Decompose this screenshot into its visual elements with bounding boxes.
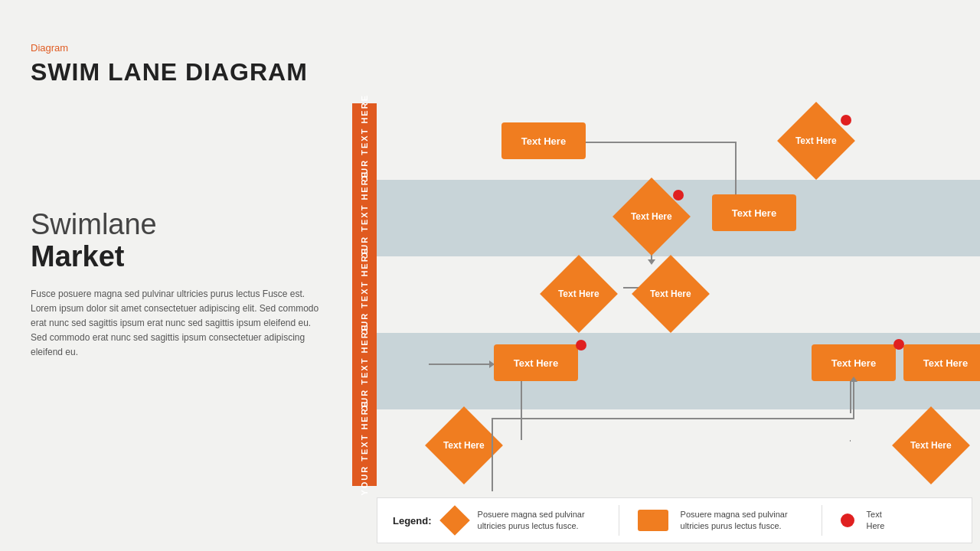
diagram-wrapper: Your Text Here Your Text Here Your Text … (352, 0, 980, 551)
lane-label-4: Your Text Here (352, 333, 377, 409)
lane4-rect2-red-dot (893, 339, 904, 350)
legend-diamond-icon (439, 505, 470, 536)
lane2-red-dot (673, 190, 684, 201)
lane-label-3: Your Text Here (352, 256, 377, 333)
lane4-rect3: Text Here (903, 344, 980, 381)
lane5-diamond2-wrapper: Text Here (903, 418, 959, 473)
subtitle-light: Swimlane (31, 209, 322, 241)
legend: Legend: Posuere magna sed pulvinar ultri… (377, 497, 972, 543)
lane-label-1: Your Text Here (352, 103, 377, 180)
lane5-diamond2: Text Here (892, 406, 970, 484)
legend-divider-2 (822, 505, 822, 536)
lane3-diamond1: Text Here (540, 255, 618, 333)
subtitle-bold: Market (31, 241, 322, 273)
connector-4-left (429, 364, 490, 365)
lane1-red-dot (841, 115, 851, 126)
legend-rect-text: Posuere magna sed pulvinar ultricies pur… (681, 509, 803, 533)
left-panel: Diagram SWIM LANE DIAGRAM Swimlane Marke… (0, 0, 352, 551)
legend-label: Legend: (393, 515, 432, 527)
lane3-diamond2-wrapper: Text Here (643, 266, 698, 321)
legend-rect-icon (638, 510, 668, 531)
lane2-diamond-wrapper: Text Here (624, 189, 679, 244)
lane5-diamond1-wrapper: Text Here (436, 418, 492, 473)
lane4-rect1: Text Here (494, 344, 578, 381)
lane4-red-dot (576, 340, 586, 350)
lane1-rect1: Text Here (501, 122, 586, 159)
lane3-diamond2: Text Here (632, 255, 710, 333)
main-title: SWIM LANE DIAGRAM (31, 58, 322, 86)
legend-divider-1 (619, 505, 619, 536)
legend-dot-text: Text Here (867, 509, 885, 533)
lane4-rect2: Text Here (812, 344, 896, 381)
legend-dot-icon (841, 514, 854, 527)
connector-1-h (572, 142, 737, 143)
lane1-diamond1: Text Here (777, 102, 855, 180)
legend-diamond-text: Posuere magna sed pulvinar ultricies pur… (478, 509, 600, 533)
connector-5d2-up (853, 381, 854, 419)
lane-label-5: Your Text Here (352, 409, 377, 486)
description-text: Fusce posuere magna sed pulvinar ultrici… (31, 287, 322, 360)
connector-5-bottom-h (492, 418, 853, 419)
connector-5-diamond1-up (492, 418, 493, 491)
connector-5-4-h-dummy (850, 440, 851, 442)
lane3-diamond1-wrapper: Text Here (551, 266, 606, 321)
category-label: Diagram (31, 42, 322, 54)
lane-label-2: Your Text Here (352, 180, 377, 256)
lane2-rect1: Text Here (712, 194, 796, 231)
